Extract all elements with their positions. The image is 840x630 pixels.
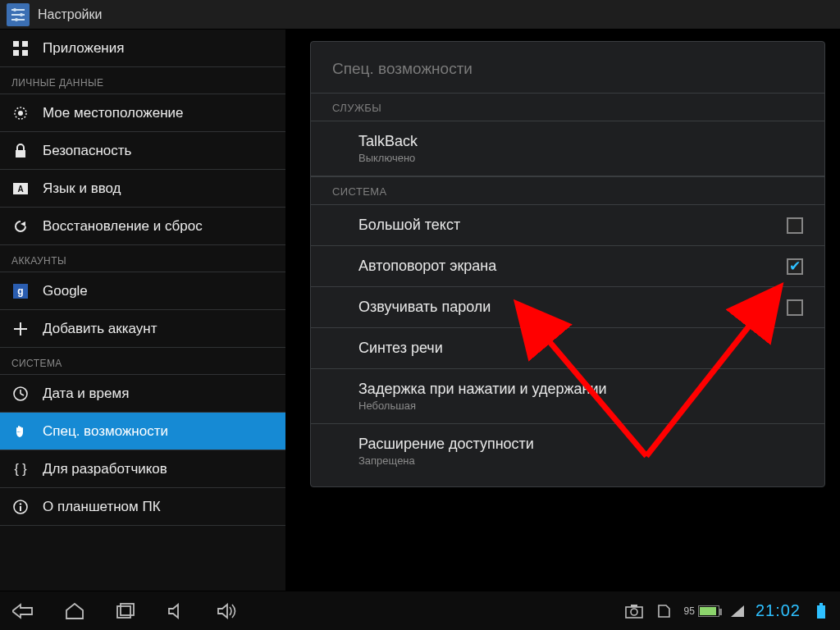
svg-marker-28: [66, 604, 83, 619]
row-speak-passwords[interactable]: Озвучивать пароли: [311, 287, 824, 328]
google-icon: g: [11, 284, 30, 299]
group-system: СИСТЕМА: [311, 176, 824, 205]
keyboard-icon: A: [11, 183, 30, 194]
sidebar-item-label: Для разработчиков: [43, 461, 167, 477]
page-title: Настройки: [38, 7, 102, 22]
row-label: Расширение доступности: [358, 436, 803, 453]
svg-text:A: A: [17, 185, 23, 194]
row-auto-rotate[interactable]: Автоповорот экрана: [311, 246, 824, 287]
checkbox-large-text[interactable]: [787, 217, 803, 234]
sidebar-item-label: Google: [43, 283, 88, 299]
sidebar-item-label: Добавить аккаунт: [43, 321, 158, 337]
home-button[interactable]: [61, 597, 89, 625]
sidebar-item-apps[interactable]: Приложения: [0, 30, 285, 67]
sidebar-item-google[interactable]: g Google: [0, 272, 285, 310]
sidebar-item-label: Дата и время: [43, 386, 129, 402]
sidebar-section-system: СИСТЕМА: [0, 348, 285, 375]
svg-point-5: [15, 18, 18, 21]
row-talkback[interactable]: TalkBack Выключено: [311, 121, 824, 176]
settings-icon: [7, 3, 30, 26]
checkbox-auto-rotate[interactable]: [787, 258, 803, 275]
sidebar-item-label: Безопасность: [43, 143, 131, 159]
svg-marker-27: [12, 605, 32, 618]
svg-point-34: [631, 609, 637, 615]
svg-rect-35: [631, 605, 637, 607]
svg-point-11: [18, 111, 23, 116]
row-sublabel: Выключено: [358, 152, 803, 164]
battery-icon: [698, 605, 719, 617]
settings-content: Спец. возможности СЛУЖБЫ TalkBack Выключ…: [285, 30, 840, 591]
svg-marker-31: [169, 605, 178, 618]
row-tts[interactable]: Синтез речи: [311, 328, 824, 369]
refresh-icon: [11, 219, 30, 234]
screenshot-icon[interactable]: [625, 602, 643, 620]
system-navbar: 95 21:02: [0, 591, 840, 630]
row-label: Синтез речи: [358, 340, 803, 357]
hand-icon: [11, 424, 30, 439]
sidebar-section-accounts: АККАУНТЫ: [0, 245, 285, 272]
settings-sidebar: Приложения ЛИЧНЫЕ ДАННЫЕ Мое местоположе…: [0, 30, 285, 591]
accessibility-panel: Спец. возможности СЛУЖБЫ TalkBack Выключ…: [310, 41, 825, 487]
row-large-text[interactable]: Большой текст: [311, 205, 824, 246]
svg-marker-32: [218, 605, 227, 618]
sidebar-item-label: Спец. возможности: [43, 423, 168, 440]
row-label: Озвучивать пароли: [358, 299, 787, 316]
clock-icon: [11, 386, 30, 401]
svg-line-20: [21, 394, 24, 395]
sidebar-item-accessibility[interactable]: Спец. возможности: [0, 413, 285, 450]
svg-rect-37: [817, 605, 825, 619]
svg-rect-23: [20, 506, 21, 511]
svg-point-22: [20, 503, 21, 504]
svg-rect-8: [13, 50, 19, 56]
row-accessibility-extension[interactable]: Расширение доступности Запрещена: [311, 424, 824, 478]
svg-rect-9: [22, 50, 28, 56]
plus-icon: [11, 322, 30, 336]
svg-rect-17: [14, 328, 27, 330]
action-bar: Настройки: [0, 0, 840, 30]
svg-rect-12: [16, 150, 25, 158]
back-button[interactable]: [10, 597, 38, 625]
group-services: СЛУЖБЫ: [311, 93, 824, 121]
sidebar-item-location[interactable]: Мое местоположение: [0, 94, 285, 132]
battery-indicator: 95: [684, 605, 719, 617]
sidebar-item-security[interactable]: Безопасность: [0, 132, 285, 170]
svg-point-4: [20, 13, 23, 16]
recents-button[interactable]: [112, 597, 139, 625]
apps-icon: [11, 41, 30, 56]
row-sublabel: Небольшая: [358, 399, 803, 412]
signal-icon: [731, 605, 744, 617]
sidebar-item-add-account[interactable]: Добавить аккаунт: [0, 310, 285, 348]
sidebar-item-developer[interactable]: { } Для разработчиков: [0, 450, 285, 488]
svg-rect-29: [117, 606, 130, 618]
braces-icon: { }: [11, 462, 30, 477]
row-label: Задержка при нажатии и удержании: [358, 381, 803, 398]
sidebar-item-label: О планшетном ПК: [43, 499, 161, 515]
location-icon: [11, 106, 30, 121]
clock: 21:02: [756, 601, 801, 620]
sidebar-item-label: Мое местоположение: [43, 105, 184, 121]
checkbox-speak-passwords[interactable]: [787, 299, 803, 316]
battery-portrait-icon: [812, 602, 830, 620]
sidebar-item-label: Язык и ввод: [43, 180, 121, 197]
sidebar-section-personal: ЛИЧНЫЕ ДАННЫЕ: [0, 67, 285, 94]
row-label: Автоповорот экрана: [358, 258, 787, 275]
sidebar-item-language[interactable]: A Язык и ввод: [0, 170, 285, 208]
row-sublabel: Запрещена: [358, 454, 803, 467]
svg-point-3: [13, 8, 16, 11]
row-label: TalkBack: [358, 133, 803, 150]
lock-icon: [11, 144, 30, 158]
svg-marker-15: [21, 221, 25, 226]
battery-pct: 95: [684, 605, 695, 617]
row-label: Большой текст: [358, 217, 787, 234]
svg-rect-30: [121, 604, 134, 615]
row-touch-hold-delay[interactable]: Задержка при нажатии и удержании Небольш…: [311, 369, 824, 424]
sidebar-item-datetime[interactable]: Дата и время: [0, 375, 285, 413]
sidebar-item-about[interactable]: О планшетном ПК: [0, 488, 285, 526]
svg-rect-7: [22, 41, 28, 47]
volume-up-button[interactable]: [213, 597, 241, 625]
volume-down-button[interactable]: [162, 597, 190, 625]
sidebar-item-backup-reset[interactable]: Восстановление и сброс: [0, 208, 285, 245]
panel-title: Спец. возможности: [311, 42, 824, 93]
svg-marker-36: [659, 605, 669, 617]
info-icon: [11, 500, 30, 514]
